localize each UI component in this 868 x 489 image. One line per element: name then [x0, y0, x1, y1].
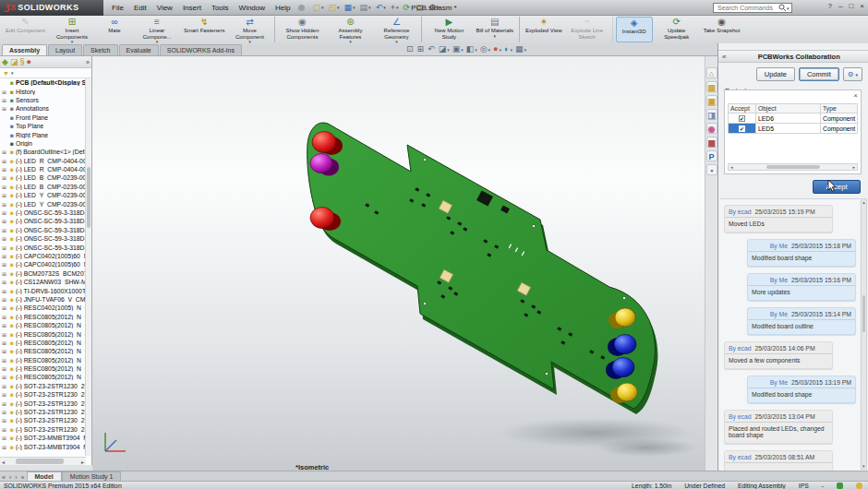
tree-item[interactable]: ⊞ ■ (-) RESC0805(2012)_N_CMP-: [0, 364, 86, 373]
tree-item[interactable]: ⊞ ■ (-) LED_R_CMP-0404-00004-1: [0, 165, 86, 173]
tab-overflow-icon[interactable]: »: [86, 59, 90, 66]
expander-icon[interactable]: ⊞: [2, 218, 8, 224]
accept-checkbox[interactable]: ✔: [739, 115, 745, 122]
window-button[interactable]: ?: [826, 2, 834, 11]
expander-icon[interactable]: ⊞: [2, 340, 8, 346]
scrollbar-thumb[interactable]: [16, 459, 64, 464]
tree-item[interactable]: ■ Right Plane: [0, 130, 86, 138]
ribbon-button[interactable]: ≡ Linear Compone... ▾: [133, 17, 181, 42]
expander-icon[interactable]: ⊞: [2, 357, 8, 364]
command-tab[interactable]: Evaluate: [119, 44, 159, 55]
expander-icon[interactable]: ⊞: [2, 89, 8, 95]
ribbon-button[interactable]: ◈ Instant3D: [616, 17, 653, 42]
tree-item[interactable]: ⊞ ■ (-) ONSC-SC-59-3-318D-04_V: [0, 226, 86, 234]
ribbon-button[interactable]: ⊛ Assembly Features ▾: [326, 17, 374, 42]
tree-item[interactable]: ■ Origin: [0, 139, 86, 148]
search-icon[interactable]: [778, 4, 787, 12]
collapse-panel-icon[interactable]: «: [718, 53, 729, 61]
commit-button[interactable]: Commit: [799, 67, 839, 81]
feed-message[interactable]: By Me 25/03/2015 15:18 PM Modified board…: [747, 239, 856, 267]
search-caret-icon[interactable]: ▾: [787, 6, 790, 11]
pcb-3d-scene[interactable]: [92, 56, 705, 471]
scroll-down-icon[interactable]: ▾: [862, 463, 865, 469]
expander-icon[interactable]: ⊞: [2, 105, 8, 112]
menu-item[interactable]: Insert: [178, 2, 206, 14]
tree-item[interactable]: ⊞ ■ (-) RESC0805(2012)_N_CMP-: [0, 373, 86, 381]
expander-icon[interactable]: ⊞: [2, 348, 8, 354]
table-row[interactable]: ✔ LED6 Component: [728, 113, 858, 124]
tree-item[interactable]: ⊞ ■ (-) ONSC-SC-59-3-318D-04_V: [0, 217, 86, 225]
units-selector[interactable]: IPS: [799, 483, 809, 489]
expander-icon[interactable]: ⊞: [2, 417, 8, 423]
expander-icon[interactable]: ⊞: [2, 166, 8, 173]
propertymanager-icon[interactable]: ◪: [10, 57, 18, 67]
tree-item[interactable]: ⊞ ■ (-) LED_B_CMP-0239-00001-1: [0, 173, 86, 182]
tree-item[interactable]: ⊞ ■ (-) RESC0805(2012)_N_CMP-: [0, 321, 86, 329]
feed-message[interactable]: By ecad 25/03/2015 15:19 PM Moved LEDs: [724, 205, 833, 233]
heads-up-button[interactable]: ⊡: [406, 44, 415, 54]
tree-item[interactable]: ⊞ ■ (-) RESC0805(2012)_N_CMP-: [0, 347, 86, 355]
command-tab[interactable]: Sketch: [83, 44, 117, 55]
featuremanager-tree-icon[interactable]: ◆: [2, 57, 8, 67]
tree-vertical-scrollbar[interactable]: [85, 78, 91, 456]
ribbon-button[interactable]: ◉ Show Hidden Components: [278, 17, 326, 42]
tree-item[interactable]: ⊞ ■ (-) ONSC-SC-59-3-318D-04_V: [0, 243, 86, 251]
update-button[interactable]: Update: [756, 67, 795, 81]
close-icon[interactable]: ×: [853, 91, 858, 100]
expander-icon[interactable]: ⊞: [2, 391, 8, 398]
ribbon-button[interactable]: ▤ Bill of Materials ▾: [473, 17, 520, 42]
quick-access-button[interactable]: ◰ ▾: [327, 3, 342, 13]
ribbon-button[interactable]: ▶ New Motion Study: [425, 17, 473, 42]
expander-icon[interactable]: ⊞: [2, 235, 8, 242]
tree-item[interactable]: ⊞ ■ (-) CAPC0402(1005)60_N_CM: [0, 252, 86, 260]
accept-checkbox[interactable]: ✔: [739, 125, 745, 132]
column-header[interactable]: Type: [821, 104, 861, 113]
quick-access-button[interactable]: + ▾: [389, 3, 401, 13]
tree-item[interactable]: ⊞ ■ (-) ONSC-SC-59-3-318D-04_V: [0, 234, 86, 243]
quick-access-button[interactable]: ▢ ▾: [311, 3, 326, 13]
task-pane-tab[interactable]: ▪: [706, 164, 717, 175]
changes-horizontal-scrollbar[interactable]: ◂ ▸: [728, 163, 858, 171]
tab-model[interactable]: Model: [27, 471, 62, 481]
window-button[interactable]: □: [847, 2, 855, 11]
tree-item[interactable]: ⊞ ■ (-) TI-DRV8-1600X1000TP_V_: [0, 286, 86, 294]
expander-icon[interactable]: ⊞: [2, 184, 8, 190]
menu-item[interactable]: Edit: [129, 2, 151, 14]
task-pane-tab[interactable]: ◨: [706, 109, 717, 120]
tree-item[interactable]: ■ PCB (Default<Display State-1>: [0, 78, 86, 87]
tree-item[interactable]: ⊞ ■ (-) SOT-23-2STR1230_2STR12: [0, 425, 86, 434]
expander-icon[interactable]: ⊞: [2, 270, 8, 277]
tree-item[interactable]: ⊞ ■ (-) LED_Y_CMP-0239-00002-1: [0, 199, 86, 208]
expander-icon[interactable]: ⊞: [2, 435, 8, 441]
tree-item[interactable]: ■ Top Plane: [0, 122, 86, 130]
ribbon-button[interactable]: ⊞ Insert Components ▾: [48, 17, 96, 42]
quick-access-button[interactable]: ▤: [414, 3, 427, 13]
quick-access-button[interactable]: ⚙ ▾: [428, 3, 442, 13]
heads-up-button[interactable]: ◎ ▾: [480, 44, 490, 54]
feed-message[interactable]: By Me 25/03/2015 13:19 PM Modified board…: [747, 376, 856, 403]
command-tab[interactable]: Assembly: [2, 44, 47, 55]
task-pane-tab[interactable]: P: [706, 150, 717, 161]
menu-item[interactable]: File: [107, 2, 128, 14]
expander-icon[interactable]: ⊞: [2, 444, 8, 450]
scrollbar-thumb[interactable]: [766, 165, 820, 169]
scroll-left-icon[interactable]: ◂: [729, 164, 735, 170]
expander-icon[interactable]: ⊞: [2, 374, 8, 380]
heads-up-button[interactable]: ◪ ▾: [439, 44, 450, 54]
tree-item[interactable]: ■ Front Plane: [0, 113, 86, 122]
heads-up-button[interactable]: ▦ ▾: [515, 44, 526, 54]
tree-item[interactable]: ⊞ ■ (-) CS12ANW03_SHW-MSK-1: [0, 278, 86, 286]
task-pane-tab[interactable]: ⌂: [706, 67, 717, 78]
tree-item[interactable]: ⊞ ■ History: [0, 87, 86, 95]
window-button[interactable]: ×: [858, 2, 866, 11]
expander-icon[interactable]: ⊞: [2, 426, 8, 433]
quick-access-button[interactable]: ↶ ▾: [374, 3, 388, 13]
tree-item[interactable]: ⊞ ■ (-) CAPC0402(1005)60_N_CM: [0, 260, 86, 268]
scroll-left-icon[interactable]: ◂: [0, 459, 6, 465]
expander-icon[interactable]: ⊞: [2, 227, 8, 233]
scroll-right-icon[interactable]: ▸: [850, 164, 857, 170]
tree-item[interactable]: ⊞ ■ (-) JNFU-TVAF06_V_CMP-01: [0, 295, 86, 304]
heads-up-button[interactable]: ▣ ▾: [452, 44, 464, 54]
feed-message[interactable]: By ecad 25/03/2015 14:06 PM Moved a few …: [724, 341, 833, 369]
tree-item[interactable]: ⊞ ■ (-) SOT-23-2STR1230_2STR12: [0, 416, 86, 424]
